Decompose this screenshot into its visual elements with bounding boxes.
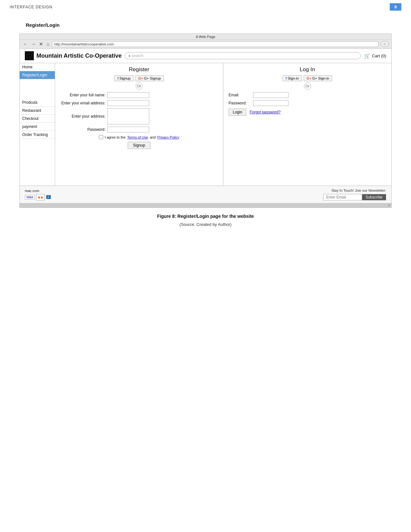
- browser-chrome: A Web Page ← → ✕ ⌂ ○: [20, 34, 391, 49]
- google-icon: G+: [307, 76, 311, 80]
- newsletter-email-input[interactable]: [323, 194, 362, 200]
- home-button[interactable]: ⌂: [46, 41, 50, 47]
- or-circle: Or: [136, 82, 143, 90]
- wireframe-container: A Web Page ← → ✕ ⌂ ○ Mountain Artistic C…: [19, 34, 392, 208]
- sidebar-item-checkout[interactable]: Checkout: [20, 115, 55, 123]
- login-or-circle: Or: [304, 82, 311, 90]
- cart-button[interactable]: 🛒 Cart (0): [364, 53, 386, 59]
- password-row: Password:: [60, 127, 218, 132]
- sidebar-item-order-tracking[interactable]: Order Tracking: [20, 131, 55, 139]
- address-label: Enter your address:: [60, 114, 105, 119]
- browser-tab-bar: A Web Page: [20, 34, 391, 40]
- login-password-row: Password:: [229, 100, 386, 106]
- footer-scrollbar: ↗: [20, 203, 391, 208]
- source-text: (Source: Created by Author): [0, 222, 411, 227]
- newsletter-form: Subscribe: [323, 194, 386, 200]
- signup-button[interactable]: Signup: [128, 142, 151, 149]
- sidebar-item-products[interactable]: Prodcuts: [20, 99, 55, 107]
- site-logo-block: Mountain Artistic Co-Operative: [25, 51, 122, 60]
- footer-left: mac.com VISA ●● ≡: [25, 189, 51, 200]
- login-password-input[interactable]: [253, 100, 289, 106]
- sidebar-item-home[interactable]: Home: [20, 63, 55, 71]
- newsletter-label: Stay In Touch! Join our Newsletter:: [331, 189, 386, 192]
- g-signin-label: G+ Sign-in: [312, 76, 329, 80]
- document-title: INTERFACE DESIGN: [10, 5, 53, 9]
- login-button[interactable]: Login: [229, 109, 246, 116]
- search-placeholder-text: search: [132, 53, 143, 58]
- sidebar-item-register-login[interactable]: Register/Login: [20, 71, 55, 79]
- footer-right: Stay In Touch! Join our Newsletter: Subs…: [323, 189, 386, 200]
- mastercard-badge: ●●: [36, 194, 45, 200]
- browser-nav-bar: ← → ✕ ⌂ ○: [20, 40, 391, 48]
- email-address-row: Enter your email address:: [60, 100, 218, 106]
- tab-label: A Web Page: [196, 35, 215, 39]
- login-email-label: Email:: [229, 93, 251, 97]
- site-footer: mac.com VISA ●● ≡ Stay In Touch! Join ou…: [20, 186, 391, 203]
- facebook-signup-button[interactable]: f Signup: [114, 75, 133, 81]
- full-name-row: Enter your full name:: [60, 92, 218, 98]
- browser-search-button[interactable]: ○: [380, 41, 389, 47]
- login-email-row: Email:: [229, 92, 386, 98]
- terms-row: I agree to the Terms of Use and Privacy …: [60, 135, 218, 139]
- fb-signup-label: Signup: [120, 76, 131, 80]
- sidebar-item-payment[interactable]: payment: [20, 123, 55, 131]
- content-area: Register f Signup G+ G+ Signup Or Enter: [55, 63, 391, 186]
- cart-label: Cart (0): [372, 53, 386, 58]
- email-address-input[interactable]: [107, 100, 149, 106]
- site-name: Mountain Artistic Co-Operative: [36, 53, 122, 59]
- login-password-label: Password:: [229, 101, 251, 105]
- sidebar-spacer: [20, 79, 55, 99]
- site-body: Home Register/Login Prodcuts Restaurant …: [20, 63, 391, 186]
- subscribe-button[interactable]: Subscribe: [362, 194, 386, 200]
- page-header: INTERFACE DESIGN 9: [0, 0, 411, 13]
- login-email-input[interactable]: [253, 92, 289, 98]
- forward-button[interactable]: →: [30, 41, 36, 47]
- login-title: Log In: [229, 66, 386, 73]
- back-button[interactable]: ←: [22, 41, 28, 47]
- section-heading: Register/Login: [26, 22, 411, 28]
- search-icon: ●: [128, 54, 131, 58]
- sidebar-item-restaurant[interactable]: Restaurant: [20, 107, 55, 115]
- register-social-buttons: f Signup G+ G+ Signup: [60, 75, 218, 81]
- terms-of-use-link[interactable]: Terms of Use: [127, 135, 148, 139]
- forgot-password-link[interactable]: Forgot password?: [250, 110, 280, 114]
- register-or-divider: Or: [60, 82, 218, 90]
- address-row: Enter your address:: [60, 108, 218, 124]
- sidebar: Home Register/Login Prodcuts Restaurant …: [20, 63, 55, 186]
- visa-badge: VISA: [25, 195, 35, 199]
- login-or-divider: Or: [229, 82, 386, 90]
- footer-brand: mac.com: [25, 189, 51, 193]
- amex-badge: ≡: [46, 195, 51, 199]
- facebook-icon: f: [117, 76, 119, 80]
- address-bar[interactable]: [52, 41, 378, 47]
- privacy-policy-link[interactable]: Privacy Policy: [157, 135, 179, 139]
- signup-button-row: Signup: [60, 142, 218, 149]
- register-title: Register: [60, 66, 218, 73]
- site-header: Mountain Artistic Co-Operative ● search …: [20, 49, 391, 63]
- full-name-label: Enter your full name:: [60, 93, 105, 97]
- scroll-indicator: ↗: [387, 204, 390, 207]
- cart-icon: 🛒: [364, 53, 370, 59]
- google-signup-button[interactable]: G+ G+ Signup: [135, 75, 164, 81]
- g-signup-label: G+ Signup: [144, 76, 161, 80]
- login-social-buttons: f Sign-in G+ G+ Sign-in: [229, 75, 386, 81]
- and-text: and: [150, 135, 155, 139]
- facebook-signin-button[interactable]: f Sign-in: [283, 75, 302, 81]
- register-password-input[interactable]: [107, 127, 149, 132]
- register-password-label: Password:: [60, 127, 105, 132]
- login-section: Log In f Sign-in G+ G+ Sign-in Or Email:: [223, 63, 391, 186]
- terms-checkbox[interactable]: [99, 135, 103, 139]
- fb-signin-label: Sign-in: [288, 76, 299, 80]
- register-section: Register f Signup G+ G+ Signup Or Enter: [55, 63, 223, 186]
- google-signin-button[interactable]: G+ G+ Sign-in: [304, 75, 332, 81]
- login-actions: Login Forgot password?: [229, 109, 386, 116]
- payment-icons: VISA ●● ≡: [25, 194, 51, 200]
- address-input[interactable]: [107, 108, 149, 124]
- close-button[interactable]: ✕: [38, 41, 44, 47]
- full-name-input[interactable]: [107, 92, 149, 98]
- email-address-label: Enter your email address:: [60, 101, 105, 105]
- facebook-icon: f: [286, 76, 287, 80]
- site-search-bar[interactable]: ● search: [125, 52, 361, 59]
- figure-caption: Figure 8: Register/Login page for the we…: [0, 214, 411, 219]
- magnifier-icon: ○: [383, 42, 386, 46]
